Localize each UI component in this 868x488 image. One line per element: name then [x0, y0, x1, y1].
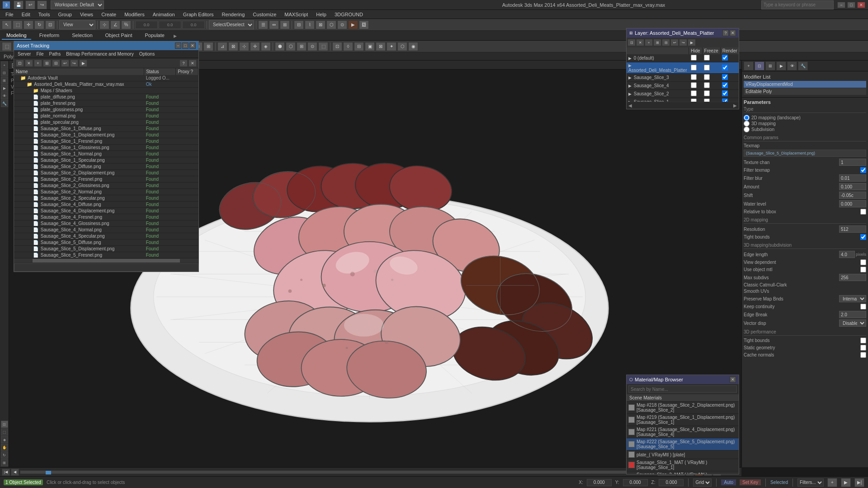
- layers-tb-6[interactable]: ↩: [670, 39, 679, 46]
- res-input[interactable]: [839, 225, 866, 233]
- next-frame-btn[interactable]: ▶|: [854, 478, 864, 487]
- asset-row[interactable]: 📄 Sausage_Slice_2_Specular.png Found: [14, 195, 198, 202]
- asset-row[interactable]: 📄 plate_fresnel.png Found: [14, 100, 198, 107]
- layer-render-chk[interactable]: [722, 82, 728, 88]
- asset-row[interactable]: 📁 Maps / Shaders: [14, 88, 198, 94]
- mat-item[interactable]: plate_( VRayMtl ) [plate]: [627, 450, 739, 459]
- mat-item[interactable]: Map #222 (Sausage_Slice_5_Displacement.p…: [627, 438, 739, 450]
- layers-col-hide[interactable]: Hide: [689, 47, 703, 54]
- layers-tb-8[interactable]: ▶: [688, 39, 696, 46]
- layers-tb-7[interactable]: ↪: [679, 39, 687, 46]
- mat-item[interactable]: Map #219 (Sausage_Slice_1_Displacement.p…: [627, 414, 739, 426]
- utility-panel-icon[interactable]: 🔧: [798, 61, 808, 70]
- layer-hide-chk[interactable]: [691, 74, 697, 80]
- water-input[interactable]: [839, 200, 866, 207]
- layers-tb-3[interactable]: +: [645, 39, 653, 46]
- asset-scrollbar-h[interactable]: [14, 258, 198, 263]
- display-icon[interactable]: 👁: [1, 92, 8, 99]
- modify-panel-icon[interactable]: ⊡: [755, 61, 764, 70]
- model-t15[interactable]: ⊞: [203, 42, 213, 51]
- layers-nav-prev[interactable]: ◀: [628, 103, 632, 108]
- asset-tb-close[interactable]: ✕: [189, 60, 197, 67]
- menu-tools[interactable]: Tools: [35, 10, 54, 19]
- menu-graph-editors[interactable]: Graph Editors: [179, 10, 217, 19]
- asset-row[interactable]: 📄 Sausage_Slice_1_Fresnel.png Found: [14, 138, 198, 145]
- percent-snap[interactable]: %: [121, 20, 131, 29]
- layer-render-chk[interactable]: [722, 55, 728, 61]
- tight-checkbox[interactable]: [860, 234, 866, 240]
- set-key-badge[interactable]: Set Key: [740, 479, 761, 485]
- asset-row[interactable]: 📄 Sausage_Slice_4_Fresnel.png Found: [14, 214, 198, 221]
- layer-row[interactable]: ▶ Sausage_Slice_3: [627, 74, 739, 82]
- model-t21[interactable]: ⬢: [275, 42, 285, 51]
- layers-tb-2[interactable]: ✕: [636, 39, 644, 46]
- material-editor[interactable]: ⬡: [326, 20, 336, 29]
- model-t19[interactable]: ✛: [250, 42, 260, 51]
- asset-col-name[interactable]: Name: [14, 68, 144, 75]
- layer-render-chk[interactable]: [722, 65, 728, 70]
- asset-tb-5[interactable]: ⊟: [52, 60, 60, 67]
- motion-panel-icon[interactable]: ▶: [776, 61, 786, 70]
- asset-row[interactable]: 📄 plate_specular.png Found: [14, 119, 198, 126]
- asset-path-input[interactable]: [14, 263, 198, 272]
- layers-scroll[interactable]: Hide Freeze Render Color ▶ 0 (default) ▶…: [627, 47, 739, 102]
- tab-freeform[interactable]: Freeform: [35, 32, 64, 40]
- toolbar-quick-btn[interactable]: 💾: [14, 0, 24, 9]
- asset-restore-btn[interactable]: □: [182, 42, 189, 49]
- model-t22[interactable]: ⬡: [286, 42, 296, 51]
- layer-render-chk[interactable]: [722, 90, 728, 96]
- layers-col-name[interactable]: [627, 47, 689, 54]
- asset-row[interactable]: 📄 Sausage_Slice_2_Diffuse.png Found: [14, 164, 198, 170]
- layers-close-btn[interactable]: ✕: [730, 30, 736, 36]
- asset-row[interactable]: 📄 Sausage_Slice_4_Normal.png Found: [14, 227, 198, 233]
- modifier-vray[interactable]: VRayDisplacementMod: [744, 81, 866, 88]
- layer-render-chk[interactable]: [722, 74, 728, 80]
- menu-rendering[interactable]: Rendering: [218, 10, 249, 19]
- y-input[interactable]: 0.0: [159, 21, 181, 29]
- coord-x-input[interactable]: [587, 479, 612, 486]
- asset-row[interactable]: 📄 Sausage_Slice_2_Displacement.png Found: [14, 170, 198, 176]
- render-setup[interactable]: ⊙: [337, 20, 347, 29]
- mat-item[interactable]: Sausage_Slice_1_MAT ( VRayMtl ) [Sausage…: [627, 459, 739, 471]
- render-btn[interactable]: ▶: [348, 20, 358, 29]
- coord-system-select[interactable]: Grid: [693, 479, 712, 487]
- viewdep-checkbox[interactable]: [860, 259, 866, 265]
- rotate-btn[interactable]: ↻: [34, 20, 44, 29]
- timeline-slider[interactable]: [20, 470, 657, 474]
- layer-hide-chk[interactable]: [691, 82, 697, 88]
- layer-row[interactable]: ▶ Sausage_Slice_4: [627, 82, 739, 90]
- asset-row[interactable]: 📄 Sausage_Slice_2_Glossiness.png Found: [14, 183, 198, 189]
- layer-freeze-chk[interactable]: [704, 74, 710, 80]
- layers-tb-1[interactable]: ⊡: [627, 39, 636, 46]
- layer-freeze-chk[interactable]: [704, 99, 710, 102]
- asset-menu-file[interactable]: File: [34, 52, 45, 56]
- snap-toggle[interactable]: ⊹: [99, 20, 109, 29]
- selection-filter-dropdown[interactable]: Select/Deselect: [209, 20, 254, 29]
- asset-tracking-header[interactable]: Asset Tracking − □ ✕: [14, 41, 198, 50]
- asset-col-status[interactable]: Status: [144, 68, 176, 75]
- model-t16[interactable]: ⊿: [217, 42, 227, 51]
- amount-input[interactable]: [839, 183, 866, 190]
- filters-dropdown[interactable]: Filters...: [797, 479, 824, 487]
- layer-row[interactable]: ▶ 0 (default): [627, 54, 739, 62]
- toolbar-redo-btn[interactable]: ↪: [37, 0, 47, 9]
- asset-tb-8[interactable]: ▶: [79, 60, 87, 67]
- select-btn[interactable]: ↖: [2, 20, 12, 29]
- zoom-region[interactable]: ⬚: [1, 428, 8, 436]
- tab-object-paint[interactable]: Object Paint: [101, 32, 137, 40]
- keepcont-checkbox[interactable]: [860, 304, 866, 310]
- coord-z-input[interactable]: [659, 479, 684, 486]
- asset-row[interactable]: 📄 Sausage_Slice_4_Diffuse.png Found: [14, 202, 198, 208]
- menu-animation[interactable]: Animation: [149, 10, 179, 19]
- align-btn[interactable]: ⊞: [280, 20, 290, 29]
- useobj-checkbox[interactable]: [860, 267, 866, 272]
- mat-item[interactable]: Sausage_Slice_2_MAT ( VRayMtl ) [Sausage…: [627, 471, 739, 474]
- asset-menu-bitmap[interactable]: Bitmap Performance and Memory: [64, 52, 136, 56]
- mat-item[interactable]: Map #221 (Sausage_Slice_4_Displacement.p…: [627, 426, 739, 438]
- model-t18[interactable]: ⊹: [239, 42, 249, 51]
- static-checkbox[interactable]: [860, 345, 866, 351]
- move-btn[interactable]: ✛: [24, 20, 33, 29]
- layer-hide-chk[interactable]: [691, 90, 697, 96]
- layers-tb-5[interactable]: ⊟: [662, 39, 670, 46]
- asset-row[interactable]: 📄 Sausage_Slice_2_Normal.png Found: [14, 189, 198, 195]
